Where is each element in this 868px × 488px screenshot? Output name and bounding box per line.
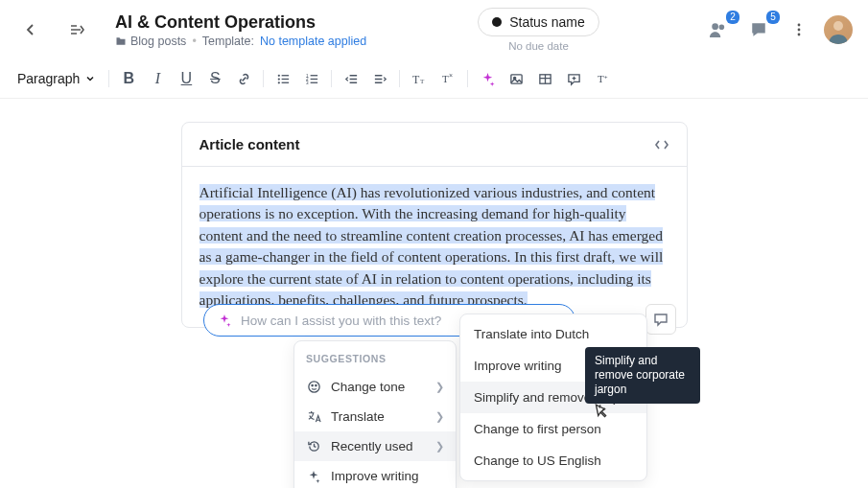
insert-comment-button[interactable] [645,304,676,335]
italic-button[interactable]: I [144,65,171,92]
status-pill[interactable]: Status name [478,8,599,36]
svg-text:T: T [598,73,604,84]
svg-rect-15 [311,81,318,82]
bullet-list-button[interactable] [270,65,296,92]
svg-rect-7 [282,75,290,76]
svg-point-0 [798,24,801,27]
bold-button[interactable]: B [115,65,142,92]
history-icon [306,439,321,453]
svg-point-26 [311,384,312,385]
folder-label: Blog posts [130,35,186,48]
svg-text:3: 3 [306,81,309,85]
menu-item-recently-used[interactable]: Recently used ❯ [294,431,456,461]
back-button[interactable] [15,14,46,45]
template-link[interactable]: No template applied [260,35,366,48]
block-format-select[interactable]: Paragraph [10,67,103,90]
card-title: Article content [199,136,300,152]
avatar[interactable] [824,15,853,44]
text-style-button[interactable]: T+ [589,65,616,92]
svg-rect-14 [311,78,318,79]
more-menu-button[interactable] [784,14,814,45]
svg-text:T: T [412,73,420,86]
ai-assist-button[interactable] [474,65,501,92]
svg-point-6 [278,81,280,83]
people-badge: 2 [726,11,739,24]
menu-item-label: Translate [331,409,385,424]
content-card: Article content Artificial Intelligence … [181,122,688,328]
menu-item-label: Recently used [331,439,413,453]
menu-item-label: Improve writing [331,469,419,483]
svg-point-4 [278,74,280,76]
underline-button[interactable]: U [173,65,199,92]
svg-point-1 [798,29,801,32]
svg-text:×: × [449,72,453,79]
indent-button[interactable] [366,65,393,92]
status-name: Status name [509,14,585,30]
format-label: Paragraph [17,71,80,86]
svg-text:+: + [604,74,608,80]
svg-point-3 [833,21,843,31]
page-title: AI & Content Operations [115,12,366,33]
meta-separator: • [192,35,196,48]
image-button[interactable] [503,65,529,92]
menu-item-translate[interactable]: Translate ❯ [294,402,456,431]
svg-point-2 [798,34,801,36]
link-button[interactable] [230,65,257,92]
clear-format-button[interactable]: T× [434,65,461,92]
chevron-right-icon: ❯ [435,381,444,393]
selected-text: Artificial Intelligence (AI) has revolut… [199,184,664,308]
svg-rect-8 [282,78,290,79]
outdent-button[interactable] [338,65,364,92]
menu-item-improve-writing[interactable]: Improve writing [294,461,456,488]
svg-point-25 [308,382,318,392]
svg-rect-20 [511,74,522,82]
smile-icon [306,380,321,394]
svg-rect-13 [311,75,318,76]
article-body[interactable]: Artificial Intelligence (AI) has revolut… [182,167,687,327]
svg-rect-9 [282,81,290,82]
breadcrumb-folder[interactable]: Blog posts [115,35,186,48]
numbered-list-button[interactable]: 123 [298,65,325,92]
editor-toolbar: Paragraph B I U S 123 TT T× T+ [0,59,868,99]
due-date: No due date [508,40,569,52]
expand-sidebar-button[interactable] [61,14,92,45]
svg-text:T: T [442,73,449,84]
svg-text:T: T [420,78,425,85]
recent-item-first-person[interactable]: Change to first person [460,413,646,445]
menu-item-label: Change tone [331,380,405,394]
menu-item-change-tone[interactable]: Change tone ❯ [294,372,456,402]
chevron-down-icon [85,74,95,83]
comments-button[interactable]: 5 [743,14,774,45]
recent-item-translate-dutch[interactable]: Translate into Dutch [460,318,646,350]
recent-item-us-english[interactable]: Change to US English [460,445,646,476]
strikethrough-button[interactable]: S [201,65,228,92]
font-size-button[interactable]: TT [406,65,433,92]
sparkle-icon [306,470,321,483]
svg-point-5 [278,78,280,80]
sparkle-icon [218,314,231,327]
svg-point-27 [315,384,316,385]
translate-icon [306,409,321,424]
status-dot-icon [492,17,502,27]
table-button[interactable] [531,65,558,92]
suggestions-heading: SUGGESTIONS [294,347,456,372]
chevron-right-icon: ❯ [435,410,444,423]
chevron-right-icon: ❯ [435,440,444,453]
template-label: Template: [202,35,254,48]
code-view-button[interactable] [654,137,669,152]
comment-button[interactable] [560,65,587,92]
comments-badge: 5 [766,11,780,24]
people-button[interactable]: 2 [703,14,734,45]
tooltip: Simplify and remove corporate jargon [585,347,700,404]
suggestions-menu: SUGGESTIONS Change tone ❯ Translate ❯ Re… [293,340,457,488]
